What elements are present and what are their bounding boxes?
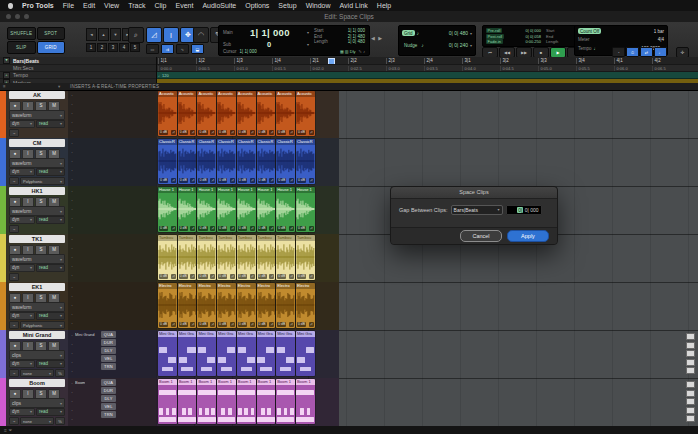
clip-gain-badge[interactable]: 0 dB [258,178,267,183]
menu-clip[interactable]: Clip [154,2,166,9]
track-lane[interactable]: Electro0 dB◿Electro0 dB◿Electro0 dB◿Elec… [156,282,698,330]
insert-slot[interactable]: · [68,387,99,396]
clip-gain-badge[interactable]: 0 dB [179,274,188,279]
clip-acoustic-7[interactable]: Acoustic0 dB◿ [276,91,295,136]
insert-slot[interactable]: · [68,213,99,222]
insert-slot[interactable]: · [68,165,99,174]
clip-mini-gra-7[interactable]: Mini Gra [276,331,295,376]
insert-slot[interactable]: · [68,414,99,423]
insert-slot[interactable]: · [68,282,99,291]
menu-options[interactable]: Options [245,2,269,9]
track-view-selector[interactable]: waveform▾ [9,110,65,120]
clip-house-1-1[interactable]: House 10 dB◿ [158,187,177,232]
solo-button[interactable]: S [35,101,47,111]
track-name[interactable]: Boom [9,379,65,387]
clip-acoustic-3[interactable]: Acoustic0 dB◿ [197,91,216,136]
rtp-badge-qua[interactable]: QUA [101,379,116,386]
clip-fade-handle[interactable]: ◿ [289,130,294,135]
clip-gain-badge[interactable]: 0 dB [258,274,267,279]
toolbar-expander-icon[interactable]: ◀ ▶ [371,35,383,41]
count-off-value[interactable]: 1 bar [654,29,664,34]
track-lane[interactable]: Acoustic0 dB◿Acoustic0 dB◿Acoustic0 dB◿A… [156,90,698,138]
track-list-icon[interactable]: ≡ [3,84,6,89]
zoom-button[interactable]: ◄ [86,28,97,41]
rtp-value-box[interactable] [686,381,695,388]
track-lane[interactable]: ClassicR0 dB◿ClassicR0 dB◿ClassicR0 dB◿C… [156,138,698,186]
clip-electro-5[interactable]: Electro0 dB◿ [237,283,256,328]
mute-button[interactable]: M [48,389,60,399]
rtp-value-box[interactable] [686,398,695,405]
clip-house-1-5[interactable]: House 10 dB◿ [237,187,256,232]
clip-mini-gra-2[interactable]: Mini Gra [178,331,197,376]
clip-gain-badge[interactable]: 0 dB [218,178,227,183]
clip-gain-badge[interactable]: 0 dB [198,226,207,231]
elastic-audio-icon[interactable]: ⌁ [9,417,19,425]
rtp-value-box[interactable] [686,359,695,366]
clip-electro-6[interactable]: Electro0 dB◿ [257,283,276,328]
mode-shuffle-button[interactable]: SHUFFLE [7,27,36,40]
grid-note-icon[interactable]: ♪ [417,30,420,36]
clip-fade-handle[interactable]: ◿ [210,130,215,135]
clip-gain-badge[interactable]: 0 dB [297,322,306,327]
insert-slot[interactable]: · [68,117,99,126]
clip-classicr-1[interactable]: ClassicR0 dB◿ [158,139,177,184]
tempo-ruler[interactable]: ♩120 [156,72,698,79]
rtp-value-box[interactable] [686,342,695,349]
rtp-badge-trn[interactable]: TRN [101,363,116,370]
dyn-selector[interactable]: dyn▾ [9,360,35,368]
post-roll-label[interactable]: Post-roll [486,34,504,39]
input-monitor-button[interactable]: I [22,101,34,111]
grid-label[interactable]: Grid [402,30,415,36]
wait-for-note-button[interactable]: ◔ [612,47,625,57]
track-extra-selector[interactable]: Polyphonic▾ [20,177,65,185]
clip-classicr-2[interactable]: ClassicR0 dB◿ [178,139,197,184]
clip-electro-4[interactable]: Electro0 dB◿ [217,283,236,328]
track-name[interactable]: TK1 [9,235,65,243]
clip-gain-badge[interactable]: 0 dB [277,130,286,135]
clip-fade-handle[interactable]: ◿ [210,322,215,327]
record-arm-button[interactable]: ● [9,341,21,351]
clip-mini-gra-4[interactable]: Mini Gra [217,331,236,376]
insert-slot[interactable]: · [68,204,99,213]
track-view-selector[interactable]: waveform▾ [9,206,65,216]
clip-fade-handle[interactable]: ◿ [171,130,176,135]
clip-gain-badge[interactable]: 0 dB [179,130,188,135]
elastic-audio-icon[interactable]: ⌁ [9,225,19,233]
clip-fade-handle[interactable]: ◿ [250,178,255,183]
menu-audiosuite[interactable]: AudioSuite [202,2,236,9]
clip-fade-handle[interactable]: ◿ [289,178,294,183]
input-monitor-button[interactable]: I [22,149,34,159]
zoomer-tool-button[interactable]: ⌕ [128,27,144,43]
clip-gain-badge[interactable]: 0 dB [218,130,227,135]
cancel-button[interactable]: Cancel [460,230,502,242]
zoom-button[interactable]: ▼ [110,28,121,41]
columns-menu-icon[interactable]: ▾ [58,84,60,89]
track-lane[interactable]: Mini GraMini GraMini GraMini GraMini Gra… [156,330,698,378]
rtp-badge-dly[interactable]: DLY [101,347,116,354]
rtp-value-box[interactable] [686,390,695,397]
clip-classicr-8[interactable]: ClassicR0 dB◿ [296,139,315,184]
clip-gain-badge[interactable]: 0 dB [258,130,267,135]
automation-mode-selector[interactable]: read▾ [36,120,65,128]
clip-mini-gra-3[interactable]: Mini Gra [197,331,216,376]
ruler-label-bars-beats[interactable]: ▾Bars|Beats [0,57,156,65]
clip-boom-1-5[interactable]: Boom 1 [237,379,256,424]
clip-tambou-2[interactable]: Tambou0 dB◿ [178,235,197,280]
clip-tambou-6[interactable]: Tambou0 dB◿ [257,235,276,280]
insert-slot[interactable]: · [68,252,99,261]
clip-gain-badge[interactable]: 0 dB [179,322,188,327]
tempo-event[interactable]: ♩120 [158,73,169,78]
clip-fade-handle[interactable]: ◿ [269,130,274,135]
clip-gain-badge[interactable]: 0 dB [159,274,168,279]
insert-slot[interactable]: · [68,99,99,108]
clip-fade-handle[interactable]: ◿ [269,226,274,231]
clip-fade-handle[interactable]: ◿ [171,274,176,279]
edit-option-button-3[interactable]: ⬓ [191,44,204,54]
insert-slot[interactable]: · [68,195,99,204]
insert-slot[interactable]: · [68,270,99,279]
clip-fade-handle[interactable]: ◿ [210,274,215,279]
clip-acoustic-6[interactable]: Acoustic0 dB◿ [257,91,276,136]
menu-view[interactable]: View [104,2,119,9]
clip-gain-badge[interactable]: 0 dB [258,322,267,327]
nudge-note-icon[interactable]: ♪ [421,42,424,48]
